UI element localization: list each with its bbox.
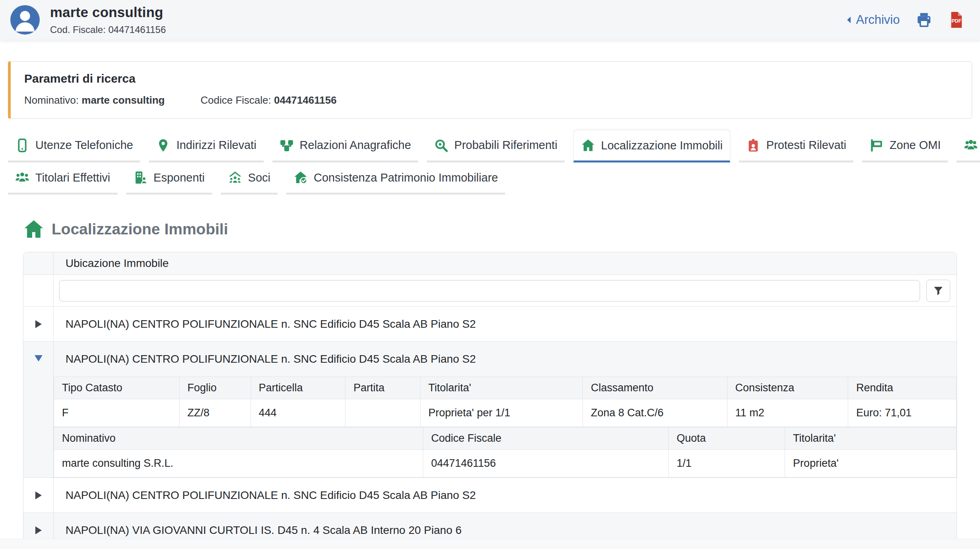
company-fiscal-code: Cod. Fiscale: 04471461156 (50, 24, 166, 35)
catasto-detail-table: Tipo Catasto Foglio Particella Partita T… (54, 377, 957, 427)
table-row-expanded[interactable]: NAPOLI(NA) CENTRO POLIFUNZIONALE n. SNC … (23, 341, 957, 477)
caret-right-icon[interactable] (35, 491, 42, 499)
tab-probabili-riferimenti[interactable]: Probabili Riferimenti (427, 130, 565, 162)
table-row[interactable]: NAPOLI(NA) CENTRO POLIFUNZIONALE n. SNC … (23, 477, 957, 512)
pdf-file-icon: PDF (948, 11, 964, 29)
archive-link[interactable]: Archivio (844, 13, 900, 27)
company-block: marte consulting Cod. Fiscale: 044714611… (50, 4, 166, 35)
detail-header-cell: Classamento (583, 377, 727, 399)
printer-icon (916, 12, 932, 28)
tab-relazioni-anagrafiche[interactable]: Relazioni Anagrafiche (272, 130, 419, 162)
detail-value-cell: 444 (251, 399, 345, 427)
filter-button[interactable] (926, 280, 950, 302)
house-check-icon (293, 170, 308, 185)
users-icon (964, 138, 978, 153)
tab-label: Probabili Riferimenti (454, 139, 558, 152)
property-address: NAPOLI(NA) CENTRO POLIFUNZIONALE n. SNC … (54, 342, 957, 377)
detail-value-cell: Proprieta' per 1/1 (420, 399, 583, 427)
tab-partecipazioni[interactable]: Partecipazioni (957, 130, 980, 162)
property-address: NAPOLI(NA) CENTRO POLIFUNZIONALE n. SNC … (54, 307, 957, 341)
tab-label: Utenze Telefoniche (35, 139, 133, 152)
caret-down-icon[interactable] (35, 355, 42, 361)
detail-header-cell: Foglio (179, 377, 251, 399)
tab-consistenza-patrimonio[interactable]: Consistenza Patrimonio Immobiliare (286, 162, 505, 195)
location-pin-icon (156, 138, 170, 153)
fiscal-code-param: Codice Fiscale: 04471461156 (201, 94, 337, 106)
table-row[interactable]: NAPOLI(NA) CENTRO POLIFUNZIONALE n. SNC … (23, 306, 957, 341)
home-icon (23, 218, 44, 240)
detail-value-cell (345, 399, 421, 427)
nominative-param: Nominativo: marte consulting (24, 94, 165, 106)
tab-titolari-effettivi[interactable]: Titolari Effettivi (8, 162, 118, 195)
detail-header-cell: Rendita (848, 377, 957, 399)
tab-label: Zone OMI (889, 139, 941, 152)
archive-link-label: Archivio (856, 13, 900, 27)
tab-esponenti[interactable]: Esponenti (126, 162, 212, 195)
table-filter-row (23, 274, 957, 306)
avatar (10, 5, 40, 35)
home-icon (581, 138, 595, 153)
tab-label: Localizzazione Immobili (601, 139, 723, 152)
people-group-icon (15, 170, 29, 185)
detail-header-cell: Quota (668, 427, 785, 450)
property-address: NAPOLI(NA) CENTRO POLIFUNZIONALE n. SNC … (54, 478, 957, 512)
detail-header-cell: Titolarita' (785, 427, 957, 450)
fiscal-code-label: Codice Fiscale: (201, 94, 271, 106)
column-header-ubicazione: Ubicazione Immobile (54, 252, 957, 274)
intestatari-detail-table: Nominativo Codice Fiscale Quota Titolari… (54, 427, 957, 477)
mobile-icon (15, 138, 29, 153)
section-header: Localizzazione Immobili (23, 218, 980, 240)
tab-label: Protesti Rilevati (766, 139, 846, 152)
tab-bar-row-1: Utenze Telefoniche Indirizzi Rilevati Re… (8, 130, 972, 162)
sign-icon (869, 138, 884, 153)
pdf-label: PDF (951, 18, 961, 24)
tab-soci[interactable]: Soci (221, 162, 278, 195)
tab-label: Consistenza Patrimonio Immobiliare (314, 171, 498, 184)
tab-label: Titolari Effettivi (35, 171, 110, 184)
detail-header-cell: Particella (251, 377, 345, 399)
detail-value-cell: Euro: 71,01 (848, 399, 957, 427)
footer-strip (0, 539, 980, 549)
caret-right-icon[interactable] (35, 526, 42, 534)
tab-label: Indirizzi Rilevati (176, 139, 256, 152)
tab-label: Esponenti (154, 171, 205, 184)
detail-value-cell: 1/1 (668, 450, 785, 477)
search-params-title: Parametri di ricerca (24, 72, 958, 85)
expander-header-cell (23, 252, 54, 274)
ubicazione-filter-input[interactable] (59, 280, 920, 302)
network-icon (280, 138, 294, 153)
detail-value-cell: F (54, 399, 179, 427)
detail-header-cell: Codice Fiscale (423, 427, 668, 450)
nominative-label: Nominativo: (24, 94, 79, 106)
detail-value-cell: Proprieta' (785, 450, 957, 477)
tab-label: Soci (248, 171, 270, 184)
top-header-bar: marte consulting Cod. Fiscale: 044714611… (0, 0, 980, 40)
detail-header-cell: Titolarita' (420, 377, 583, 399)
detail-header-cell: Tipo Catasto (54, 377, 179, 399)
house-users-icon (228, 170, 242, 185)
detail-value-cell: 04471461156 (423, 450, 668, 477)
tab-label: Relazioni Anagrafiche (300, 139, 411, 152)
nominative-value: marte consulting (82, 94, 165, 106)
expander-filter-cell (23, 275, 54, 306)
caret-right-icon[interactable] (35, 320, 42, 328)
tab-zone-omi[interactable]: Zone OMI (862, 130, 948, 162)
search-icon (434, 138, 448, 153)
tab-indirizzi-rilevati[interactable]: Indirizzi Rilevati (149, 130, 263, 162)
immobili-table: Ubicazione Immobile NAPOLI(NA) CENTRO PO… (23, 252, 957, 548)
fiscal-code-value: 04471461156 (274, 94, 337, 106)
tab-localizzazione-immobili[interactable]: Localizzazione Immobili (573, 130, 730, 162)
building-user-icon (133, 170, 148, 185)
company-name: marte consulting (50, 4, 166, 20)
pdf-export-button[interactable]: PDF (948, 11, 964, 29)
detail-value-cell: 11 m2 (727, 399, 848, 427)
detail-header-cell: Partita (345, 377, 421, 399)
detail-value-cell: marte consulting S.R.L. (54, 450, 423, 477)
section-title: Localizzazione Immobili (52, 220, 228, 238)
tab-protesti-rilevati[interactable]: Protesti Rilevati (739, 130, 853, 162)
detail-value-cell: ZZ/8 (179, 399, 251, 427)
print-button[interactable] (916, 12, 932, 28)
detail-header-cell: Consistenza (727, 377, 848, 399)
tab-utenze-telefoniche[interactable]: Utenze Telefoniche (8, 130, 140, 162)
search-params-box: Parametri di ricerca Nominativo: marte c… (8, 61, 972, 119)
